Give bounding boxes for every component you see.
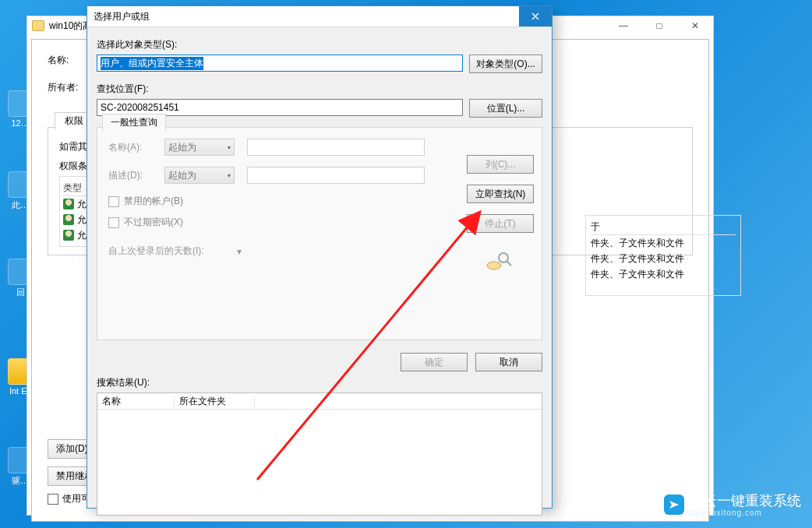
dialog-cancel-button[interactable]: 取消 [475,353,542,371]
location-label: 查找位置(F): [97,83,542,96]
days-since-login-dropdown[interactable]: ▾ [237,246,282,257]
user-icon [63,230,74,241]
apply-cell: 件夹、子文件夹和文件 [591,235,736,251]
chevron-down-icon: ▾ [228,172,231,179]
svg-point-0 [487,262,501,269]
folder-icon [32,20,44,31]
user-icon [63,199,74,209]
query-desc-label: 描述(D): [108,169,164,182]
watermark: 白云一键重装系统 baiyunxitong.com [664,491,801,517]
watermark-icon [664,495,684,515]
object-types-button[interactable]: 对象类型(O)... [469,55,542,73]
columns-button[interactable]: 列(C)... [467,155,534,174]
apply-cell: 件夹、子文件夹和文件 [591,266,736,282]
locations-button[interactable]: 位置(L)... [469,99,542,118]
tab-common-queries[interactable]: 一般性查询 [102,114,166,132]
dialog-titlebar[interactable]: 选择用户或组 [87,6,552,27]
apply-to-column: 于 件夹、子文件夹和文件 件夹、子文件夹和文件 件夹、子文件夹和文件 [585,215,741,449]
watermark-text: 白云一键重装系统 [689,491,801,510]
object-type-input[interactable]: 用户、组或内置安全主体 [97,55,463,72]
query-name-label: 名称(A): [108,141,164,154]
checkbox-icon [48,494,58,505]
close-icon [531,12,539,20]
dropdown-value: 起始为 [168,169,196,182]
stop-button[interactable]: 停止(T) [467,214,534,233]
checkbox-label: 不过期密码(X) [124,216,183,229]
find-now-button[interactable]: 立即查找(N) [467,185,534,203]
query-desc-op-dropdown[interactable]: 起始为 ▾ [164,167,235,184]
svg-line-2 [507,261,511,266]
maximize-button[interactable]: □ [641,16,677,35]
query-desc-input[interactable] [247,167,425,184]
column-apply: 于 [591,219,736,235]
close-button[interactable]: ✕ [677,16,713,35]
search-icon [467,247,532,275]
dialog-ok-button[interactable]: 确定 [401,353,468,371]
checkbox-icon [108,217,119,228]
query-name-op-dropdown[interactable]: 起始为 ▾ [164,139,235,156]
location-value: SC-202008251451 [101,102,179,113]
dialog-title: 选择用户或组 [94,10,150,23]
select-user-dialog: 选择用户或组 选择此对象类型(S): 用户、组或内置安全主体 对象类型(O)..… [86,5,553,509]
checkbox-icon [108,196,119,207]
dialog-close-button[interactable] [519,6,552,26]
minimize-button[interactable]: — [605,16,641,35]
chevron-down-icon: ▾ [228,144,231,151]
checkbox-label: 禁用的帐户(B) [124,195,183,208]
query-name-input[interactable] [247,139,425,156]
chevron-down-icon: ▾ [237,246,242,257]
results-list[interactable]: 名称 所在文件夹 [97,392,542,516]
results-col-folder[interactable]: 所在文件夹 [175,395,255,408]
object-type-label: 选择此对象类型(S): [97,38,542,51]
apply-cell: 件夹、子文件夹和文件 [591,251,736,266]
dropdown-value: 起始为 [168,141,196,154]
desktop-background: 12… 此… 回 Int Ex 驱… win10的高 — □ ✕ 名称: [0,0,812,528]
common-queries-panel: 一般性查询 列(C)... 立即查找(N) 停止(T) 名称(A): [97,127,542,340]
object-type-value: 用户、组或内置安全主体 [101,57,203,70]
user-icon [63,214,74,225]
results-col-name[interactable]: 名称 [97,395,175,408]
days-since-login-label: 自上次登录后的天数(I): [108,245,204,258]
results-label: 搜索结果(U): [97,376,552,389]
